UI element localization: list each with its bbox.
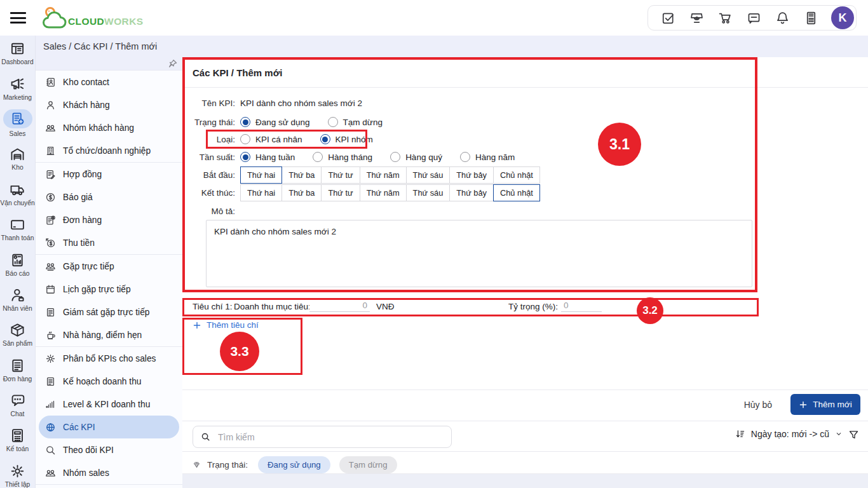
menu-item-bao-gia[interactable]: Báo giá <box>36 186 182 208</box>
submenu: Kho contactKhách hàngNhóm khách hàngTổ c… <box>36 70 182 488</box>
radio-kpi-nhom[interactable]: KPI nhóm <box>320 134 373 144</box>
rail-item-ke-toan[interactable]: Kế toán <box>0 423 35 458</box>
revenue-target-input[interactable] <box>309 301 370 312</box>
radio-tam-dung[interactable]: Tạm dừng <box>328 117 383 127</box>
menu-item-kho-contact[interactable]: Kho contact <box>36 71 182 93</box>
menu-item-nha-hang-diem-hen[interactable]: Nhà hàng, điểm hẹn <box>36 323 182 346</box>
radio-hang-nam[interactable]: Hàng năm <box>460 152 515 162</box>
day-chu-nhat[interactable]: Chủ nhật <box>493 184 540 201</box>
filter-funnel-icon[interactable] <box>848 430 859 440</box>
rail-item-chat[interactable]: Chat <box>0 388 35 423</box>
radio-hang-tuan[interactable]: Hàng tuần <box>240 152 295 162</box>
invoice-icon <box>45 215 56 226</box>
description-textarea[interactable]: KPI dành cho nhóm sales mới 2 <box>206 220 752 287</box>
field-tan-suat: Tần suất: Hàng tuầnHàng thángHàng quýHàn… <box>189 150 515 164</box>
day-thu-nam[interactable]: Thứ năm <box>360 166 407 184</box>
rail-item-san-pham[interactable]: Sản phẩm <box>0 317 35 352</box>
day-thu-hai[interactable]: Thứ hai <box>240 184 282 201</box>
day-thu-hai[interactable]: Thứ hai <box>240 166 282 184</box>
credit-card-icon <box>10 217 25 233</box>
menu-item-ke-hoach-doanh-thu[interactable]: Kế hoạch doanh thu <box>36 370 182 393</box>
rail-item-sales[interactable]: Sales <box>0 106 35 141</box>
rail-item-thiet-lap[interactable]: Thiết lập <box>0 458 35 488</box>
radio-dang-su-dung[interactable]: Đang sử dụng <box>240 117 310 127</box>
sort-control[interactable]: Ngày tạo: mới -> cũ <box>735 429 843 439</box>
topbar-icon-row <box>661 11 818 25</box>
search-input[interactable] <box>217 431 444 443</box>
rail: DashboardMarketingSalesKhoVận chuyểnThan… <box>0 36 36 488</box>
submit-button[interactable]: Thêm mới <box>790 394 860 415</box>
day-chu-nhat[interactable]: Chủ nhật <box>493 166 540 184</box>
chip-dang-su-dung[interactable]: Đang sử dụng <box>258 456 330 473</box>
bat-dau-day-group: Thứ haiThứ baThứ tưThứ nămThứ sáuThứ bảy… <box>240 166 540 184</box>
criteria-row: Tiêu chí 1: Doanh thu mục tiêu: VNĐ Tỷ t… <box>182 299 868 316</box>
search-icon <box>201 432 210 442</box>
currency-label: VNĐ <box>376 302 395 311</box>
day-thu-tu[interactable]: Thứ tư <box>321 166 360 184</box>
menu-item-nhom-sales[interactable]: Nhóm sales <box>36 461 182 484</box>
menu-item-nhom-khach-hang[interactable]: Nhóm khách hàng <box>36 116 182 139</box>
weight-input[interactable] <box>561 301 602 312</box>
page-title: Các KPI / Thêm mới <box>193 67 283 78</box>
day-thu-ba[interactable]: Thứ ba <box>281 184 322 201</box>
rail-item-kho[interactable]: Kho <box>0 141 35 176</box>
cart-icon[interactable] <box>718 11 733 25</box>
menu-item-lich-gap-truc-tiep[interactable]: Lịch gặp trực tiếp <box>36 278 182 301</box>
rail-item-bao-cao[interactable]: Báo cáo <box>0 247 35 281</box>
day-thu-nam[interactable]: Thứ năm <box>360 184 407 201</box>
bell-icon[interactable] <box>775 11 790 25</box>
day-thu-bay[interactable]: Thứ bảy <box>449 166 494 184</box>
rail-item-van-chuyen[interactable]: Vận chuyển <box>0 177 35 212</box>
brand-name: CLOUDWORKS <box>68 16 144 27</box>
meeting-icon <box>45 261 56 272</box>
task-check-icon[interactable] <box>661 11 675 25</box>
sort-label: Ngày tạo: mới -> cũ <box>751 429 829 439</box>
menu-toggle-button[interactable] <box>0 0 36 36</box>
submit-label: Thêm mới <box>813 400 851 409</box>
ten-kpi-value[interactable]: KPI dành cho nhóm sales mới 2 <box>240 98 362 108</box>
rail-item-thanh-toan[interactable]: Thanh toán <box>0 212 35 247</box>
message-icon[interactable] <box>747 11 761 25</box>
day-thu-sau[interactable]: Thứ sáu <box>406 184 451 201</box>
menu-item-khach-hang[interactable]: Khách hàng <box>36 93 182 116</box>
user-avatar[interactable]: K <box>831 6 854 29</box>
day-thu-sau[interactable]: Thứ sáu <box>406 166 451 184</box>
menu-item-level-kpi-doanh-thu[interactable]: Level & KPI doanh thu <box>36 393 182 416</box>
chip-tam-dung[interactable]: Tạm dừng <box>339 456 397 473</box>
fax-icon[interactable] <box>804 11 818 25</box>
radio-hang-thang[interactable]: Hàng tháng <box>313 152 372 162</box>
menu-item-phan-bo-kpis-cho-sales[interactable]: Phân bổ KPIs cho sales <box>36 347 182 370</box>
rail-item-nhan-vien[interactable]: Nhân viên <box>0 282 35 317</box>
menu-item-giam-sat-gap-truc-tiep[interactable]: Giám sát gặp trực tiếp <box>36 301 182 323</box>
rail-item-don-hang[interactable]: Đơn hàng <box>0 353 35 388</box>
field-mo-ta: Mô tả: <box>189 206 240 216</box>
add-criteria-link[interactable]: Thêm tiêu chí <box>193 320 259 330</box>
menu-item-gap-truc-tiep[interactable]: Gặp trực tiếp <box>36 255 182 278</box>
collect-money-icon <box>45 238 56 248</box>
menu-item-cac-kpi[interactable]: Các KPI <box>39 416 179 438</box>
menu-item-hop-dong[interactable]: Hợp đồng <box>36 163 182 186</box>
radio-kpi-ca-nhan[interactable]: KPI cá nhân <box>240 134 302 144</box>
people-group-icon <box>45 123 56 133</box>
status-filter-label: Trạng thái: <box>207 460 248 470</box>
kpi-form-panel: Các KPI / Thêm mới Tên KPI: KPI dành cho… <box>182 57 868 488</box>
day-thu-ba[interactable]: Thứ ba <box>281 166 322 184</box>
loai-label: Loại: <box>189 135 235 144</box>
security-camera-icon[interactable] <box>689 11 704 25</box>
day-thu-tu[interactable]: Thứ tư <box>321 184 360 201</box>
day-thu-bay[interactable]: Thứ bảy <box>449 184 494 201</box>
rail-item-dashboard[interactable]: Dashboard <box>0 36 35 71</box>
topbar-tools: K <box>648 5 857 30</box>
radio-hang-quy[interactable]: Hàng quý <box>390 152 442 162</box>
pin-icon[interactable] <box>166 58 178 70</box>
pagination-strip: 1-2 của 02 KPI < > <box>182 474 868 488</box>
menu-item-theo-doi-kpi[interactable]: Theo dõi KPI <box>36 438 182 461</box>
chart-bars-icon <box>45 399 56 410</box>
gear-icon <box>10 463 25 479</box>
warehouse-icon <box>10 146 25 162</box>
cancel-button[interactable]: Hủy bỏ <box>740 394 776 415</box>
menu-item-to-chuc-doanh-nghiep[interactable]: Tổ chức/doanh nghiệp <box>36 139 182 162</box>
rail-item-marketing[interactable]: Marketing <box>0 71 35 105</box>
menu-item-thu-tien[interactable]: Thu tiền <box>36 231 182 254</box>
menu-item-don-hang[interactable]: Đơn hàng <box>36 208 182 231</box>
